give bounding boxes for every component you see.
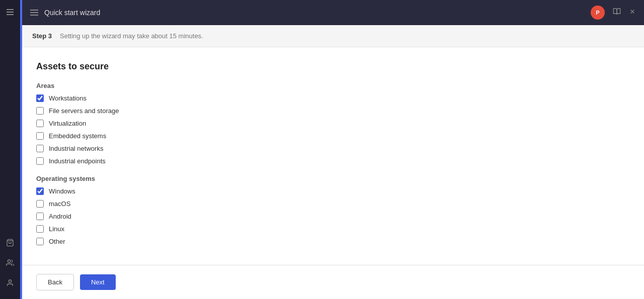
app-title: Quick start wizard [44, 9, 100, 17]
checkbox-label-industrial-endpoints: Industrial endpoints [49, 157, 106, 165]
checkbox-label-macos: macOS [49, 200, 70, 208]
checkbox-windows[interactable] [36, 187, 44, 195]
areas-label: Areas [36, 82, 630, 89]
checkbox-android[interactable] [36, 213, 44, 220]
checkbox-label-other: Other [49, 238, 65, 245]
main-content: Quick start wizard P Step 3 Setting up t… [22, 0, 644, 299]
checkbox-item-windows[interactable]: Windows [36, 187, 630, 195]
checkbox-item-linux[interactable]: Linux [36, 225, 630, 233]
checkbox-item-workstations[interactable]: Workstations [36, 94, 630, 102]
wizard-body: Assets to secure Areas WorkstationsFile … [22, 47, 644, 265]
checkbox-label-virtualization: Virtualization [49, 120, 86, 127]
next-button[interactable]: Next [80, 274, 116, 290]
users-icon[interactable] [2, 255, 18, 271]
shopping-bag-icon[interactable] [2, 235, 18, 251]
checkbox-label-android: Android [49, 213, 71, 220]
checkbox-item-file-servers[interactable]: File servers and storage [36, 107, 630, 115]
checkbox-item-industrial-endpoints[interactable]: Industrial endpoints [36, 157, 630, 165]
person-icon[interactable] [2, 275, 18, 291]
book-icon[interactable] [613, 8, 621, 18]
wizard-footer: Back Next [22, 265, 644, 299]
section-title: Assets to secure [36, 61, 630, 72]
back-button[interactable]: Back [36, 274, 74, 290]
step-description: Setting up the wizard may take about 15 … [60, 32, 203, 40]
checkbox-file-servers[interactable] [36, 107, 44, 115]
stepbar: Step 3 Setting up the wizard may take ab… [22, 25, 644, 47]
checkbox-label-embedded: Embedded systems [49, 132, 106, 140]
checkbox-item-android[interactable]: Android [36, 213, 630, 220]
checkbox-label-windows: Windows [49, 187, 75, 195]
checkbox-item-embedded[interactable]: Embedded systems [36, 132, 630, 140]
step-label: Step 3 [32, 32, 52, 40]
close-icon[interactable] [629, 8, 636, 17]
checkbox-macos[interactable] [36, 200, 44, 208]
svg-point-1 [8, 260, 10, 262]
checkbox-other[interactable] [36, 238, 44, 245]
checkbox-linux[interactable] [36, 225, 44, 233]
checkbox-label-file-servers: File servers and storage [49, 107, 119, 115]
checkbox-item-industrial-networks[interactable]: Industrial networks [36, 145, 630, 152]
os-label: Operating systems [36, 175, 630, 182]
sidebar-menu-icon[interactable] [2, 4, 18, 20]
checkbox-item-other[interactable]: Other [36, 238, 630, 245]
checkbox-item-virtualization[interactable]: Virtualization [36, 120, 630, 127]
checkbox-label-workstations: Workstations [49, 94, 87, 102]
checkbox-label-linux: Linux [49, 225, 64, 233]
checkbox-industrial-networks[interactable] [36, 145, 44, 152]
checkbox-workstations[interactable] [36, 94, 44, 102]
avatar[interactable]: P [591, 6, 605, 20]
checkbox-label-industrial-networks: Industrial networks [49, 145, 103, 152]
checkbox-embedded[interactable] [36, 132, 44, 140]
sidebar [0, 0, 20, 299]
areas-group: WorkstationsFile servers and storageVirt… [36, 94, 630, 165]
checkbox-industrial-endpoints[interactable] [36, 157, 44, 165]
svg-point-2 [9, 280, 11, 282]
titlebar: Quick start wizard P [22, 0, 644, 25]
hamburger-menu-icon[interactable] [30, 10, 38, 16]
checkbox-virtualization[interactable] [36, 120, 44, 127]
os-group: WindowsmacOSAndroidLinuxOther [36, 187, 630, 245]
checkbox-item-macos[interactable]: macOS [36, 200, 630, 208]
